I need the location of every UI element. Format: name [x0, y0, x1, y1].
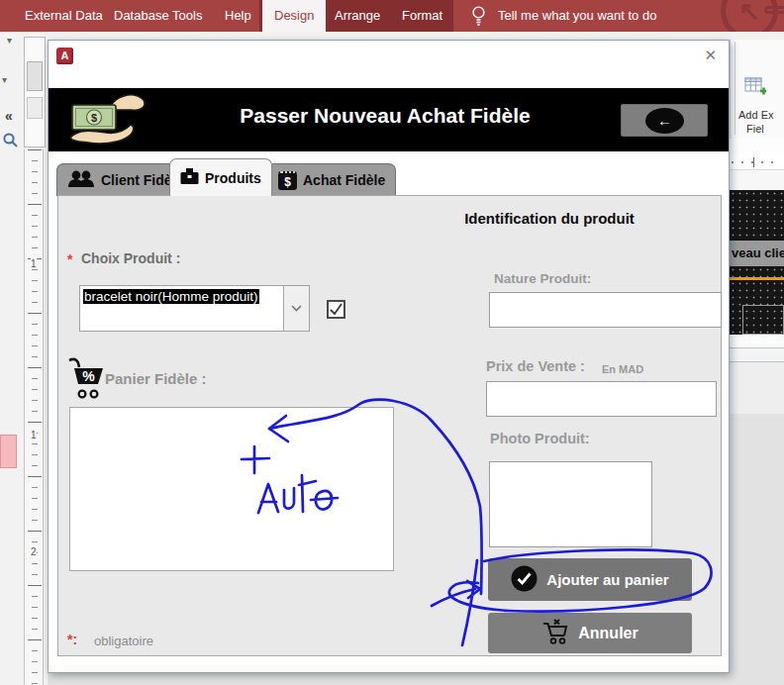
close-icon[interactable]: ✕: [704, 47, 717, 64]
horizontal-ruler: [730, 154, 784, 170]
annuler-button[interactable]: Annuler: [488, 613, 692, 653]
design-view-background: Add Ex Fiel veau clie: [730, 40, 784, 685]
photo-produit-label: Photo Produit:: [490, 431, 590, 446]
back-arrow-icon: ←: [645, 108, 684, 134]
ribbon-tab-format[interactable]: Format: [402, 0, 442, 32]
gallery-scrollbar-thumb: [27, 61, 43, 91]
dropdown-arrow-icon[interactable]: ▾: [2, 74, 7, 85]
background-yellow-line: [730, 277, 784, 280]
cart-x-icon: [541, 618, 569, 649]
ribbon: ↖ External Data Database Tools Help Desi…: [0, 0, 784, 32]
design-section-row: [730, 361, 784, 414]
lightbulb-icon: [471, 5, 486, 31]
ribbon-watermark-arrow-icon: ↖: [738, 0, 760, 27]
products-box-icon: [180, 168, 199, 188]
design-background-rest: [730, 414, 784, 685]
design-canvas-margin: [730, 139, 784, 154]
dialog-title: Passer Nouveau Achat Fidèle: [197, 104, 573, 128]
dialog-titlebar: A ✕: [49, 41, 729, 88]
button-label: Annuler: [578, 625, 637, 642]
ribbon-tab-database-tools[interactable]: Database Tools: [114, 0, 202, 32]
people-icon: [67, 170, 95, 190]
gallery-scrollbar-track: [27, 97, 43, 119]
choix-produit-combobox[interactable]: bracelet noir(Homme produit): [79, 285, 310, 332]
ruler-number: 1: [31, 258, 37, 269]
dollar-glyph: $: [91, 112, 97, 124]
ribbon-tab-design[interactable]: Design: [262, 0, 326, 32]
add-fields-label-1: Add Ex: [738, 109, 773, 121]
ruler-major-tick: [753, 157, 754, 167]
prix-de-vente-label: Prix de Vente :: [486, 358, 585, 374]
ribbon-tab-external-data[interactable]: External Data: [25, 0, 103, 32]
achat-fidele-dialog: A ✕ $ Passer Nouveau Achat Fidèle ←: [48, 40, 730, 673]
add-existing-fields-icon[interactable]: [744, 75, 766, 101]
design-canvas-gap: [730, 170, 784, 190]
ribbon-watermark-key-icon: [764, 6, 784, 14]
dialog-header: $ Passer Nouveau Achat Fidèle ←: [49, 88, 729, 151]
nav-pane-collapse-chevron[interactable]: «: [5, 108, 13, 124]
add-fields-label-2: Fiel: [746, 123, 764, 135]
combobox-dropdown-button[interactable]: [283, 286, 309, 331]
ribbon-group-add-fields: Add Ex Fiel: [730, 40, 784, 139]
ruler-major-ticks: [28, 149, 42, 685]
design-section-row: [730, 347, 784, 361]
required-asterisk: *: [67, 251, 72, 267]
ruler-number: 1: [31, 430, 37, 440]
panier-fidele-label: Panier Fidèle :: [105, 370, 207, 387]
background-control-outline: [742, 305, 784, 335]
nav-pane-pink-fragment: [0, 435, 17, 468]
check-circle-icon: [511, 565, 538, 595]
checkmark-icon: [329, 302, 343, 317]
background-button-fragment[interactable]: veau clie: [730, 241, 784, 266]
gallery-scrollbar[interactable]: [24, 37, 46, 147]
tab-label: Achat Fidèle: [303, 172, 385, 188]
screenshot-root: ↖ External Data Database Tools Help Desi…: [0, 0, 784, 685]
dollar-tag-icon: $: [278, 171, 297, 190]
nature-produit-label: Nature Produit:: [494, 271, 591, 286]
ribbon-tab-help[interactable]: Help: [225, 0, 251, 32]
produits-tab-page: Identification du produit * Choix Produi…: [57, 195, 722, 656]
prix-de-vente-field[interactable]: [486, 381, 717, 417]
product-checkbox[interactable]: [327, 300, 345, 319]
cart-percent-icon: %: [66, 354, 106, 406]
access-app-icon: A: [56, 48, 73, 64]
design-section-row: [730, 335, 784, 347]
left-background-strip: ▾ ▾ « 1 1 2: [0, 32, 48, 685]
button-label: Ajouter au panier: [546, 571, 668, 588]
prix-unit-label: En MAD: [602, 363, 643, 375]
tab-label: Produits: [205, 170, 261, 186]
ribbon-tellme[interactable]: Tell me what you want to do: [498, 0, 656, 32]
form-design-grid: veau clie: [730, 190, 784, 335]
choix-produit-label: Choix Produit :: [81, 250, 180, 266]
money-hands-icon: $: [62, 92, 147, 151]
nature-produit-field[interactable]: [489, 292, 722, 328]
background-below-dialog: [48, 673, 730, 685]
panier-listbox[interactable]: [69, 407, 394, 571]
percent-glyph: %: [82, 368, 95, 384]
required-legend-text: obligatoire: [94, 634, 153, 648]
ruler-number: 2: [31, 546, 37, 557]
chevron-down-icon: [291, 305, 302, 312]
ribbon-group-divider: [735, 42, 735, 135]
combobox-selected-value: bracelet noir(Homme produit): [83, 289, 259, 304]
required-legend-mark: *:: [67, 632, 77, 647]
tab-achat-fidele[interactable]: $ Achat Fidèle: [267, 163, 396, 196]
search-icon[interactable]: [2, 132, 19, 152]
section-title: Identification du produit: [391, 210, 708, 227]
tab-produits[interactable]: Produits: [169, 158, 272, 196]
dropdown-arrow-icon[interactable]: ▾: [7, 35, 12, 46]
ajouter-au-panier-button[interactable]: Ajouter au panier: [488, 558, 692, 601]
vertical-ruler: 1 1 2: [24, 149, 44, 685]
photo-produit-frame: [489, 461, 652, 547]
ruler-minor-ticks: [732, 161, 781, 163]
ribbon-tab-arrange[interactable]: Arrange: [335, 0, 380, 32]
back-button[interactable]: ←: [621, 104, 708, 137]
